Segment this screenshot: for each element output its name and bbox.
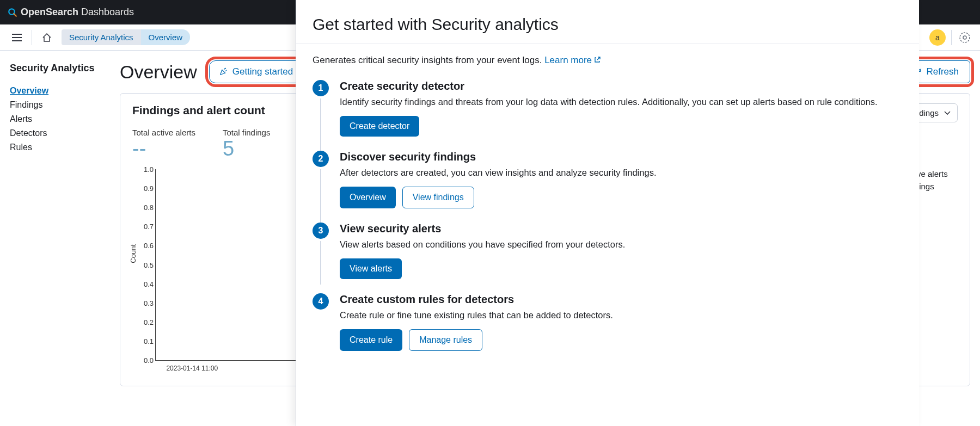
getting-started-flyout: Get started with Security analytics Gene… xyxy=(296,0,919,426)
chevron-down-icon xyxy=(944,111,951,115)
sidebar-item-detectors[interactable]: Detectors xyxy=(10,126,110,140)
y-tick: 0.8 xyxy=(136,203,154,212)
step-number: 1 xyxy=(313,80,329,96)
step-title: Create security detector xyxy=(340,80,878,92)
getting-started-label: Getting started xyxy=(232,66,293,77)
divider xyxy=(32,30,32,45)
step-desc: View alerts based on conditions you have… xyxy=(340,238,625,251)
step-number: 2 xyxy=(313,151,329,167)
step-title: Discover security findings xyxy=(340,151,656,163)
y-tick: 0.5 xyxy=(136,261,154,269)
stat-label: Total findings xyxy=(223,128,271,137)
step-number: 4 xyxy=(313,293,329,310)
sidebar-item-overview[interactable]: Overview xyxy=(10,84,110,98)
step-buttons: Create detector xyxy=(340,116,878,137)
getting-started-button[interactable]: Getting started xyxy=(209,60,303,83)
step: 1Create security detectorIdentify securi… xyxy=(313,80,903,137)
stat-total-findings: Total findings 5 xyxy=(223,128,271,160)
flyout-subtitle-text: Generates critical security insights fro… xyxy=(313,55,544,65)
divider xyxy=(951,30,952,45)
brand-logo[interactable]: OpenSearch Dashboards xyxy=(8,7,134,18)
flyout-subtitle: Generates critical security insights fro… xyxy=(313,55,903,66)
step-desc: Identify security findings and threats f… xyxy=(340,96,878,108)
breadcrumb-app[interactable]: Security Analytics xyxy=(62,29,141,45)
step-body: View security alertsView alerts based on… xyxy=(340,223,625,279)
step-button[interactable]: Create rule xyxy=(340,329,402,351)
sidebar-item-findings[interactable]: Findings xyxy=(10,98,110,112)
help-icon[interactable] xyxy=(957,30,972,45)
avatar[interactable]: a xyxy=(929,29,946,46)
step-button[interactable]: View alerts xyxy=(340,258,402,279)
step: 4Create custom rules for detectorsCreate… xyxy=(313,293,903,351)
brand-text: OpenSearch Dashboards xyxy=(21,7,134,18)
y-tick: 0.4 xyxy=(136,280,154,288)
x-tick: 2023-01-14 11:00 xyxy=(166,365,218,372)
step-button[interactable]: Create detector xyxy=(340,116,419,137)
y-tick: 0.2 xyxy=(136,318,154,326)
sidebar-item-alerts[interactable]: Alerts xyxy=(10,112,110,126)
step-buttons: Create ruleManage rules xyxy=(340,329,613,351)
y-tick: 0.3 xyxy=(136,299,154,307)
svg-point-2 xyxy=(963,36,966,39)
svg-point-1 xyxy=(960,33,970,42)
panel-title: Findings and alert count xyxy=(132,104,265,117)
stat-value: 5 xyxy=(223,137,271,160)
step-number: 3 xyxy=(313,223,329,239)
refresh-label: Refresh xyxy=(926,66,959,77)
y-tick: 0.1 xyxy=(136,337,154,345)
step-body: Discover security findingsAfter detector… xyxy=(340,151,656,208)
step-button[interactable]: Manage rules xyxy=(409,329,482,351)
menu-toggle-icon[interactable] xyxy=(8,28,26,47)
learn-more-link[interactable]: Learn more xyxy=(544,55,601,65)
y-tick: 0.7 xyxy=(136,223,154,231)
step-button[interactable]: Overview xyxy=(340,187,396,208)
opensearch-icon xyxy=(8,8,17,17)
step-button[interactable]: View findings xyxy=(402,187,474,208)
cheer-icon xyxy=(218,67,228,77)
stat-label: Total active alerts xyxy=(132,128,195,137)
breadcrumb: Security Analytics Overview xyxy=(62,29,190,45)
sidebar: Security Analytics Overview Findings Ale… xyxy=(0,51,120,426)
step-desc: After detectors are created, you can vie… xyxy=(340,166,656,179)
stat-value: -- xyxy=(132,137,195,160)
page-title: Overview xyxy=(120,61,197,83)
step-buttons: OverviewView findings xyxy=(340,187,656,208)
breadcrumb-page[interactable]: Overview xyxy=(141,29,191,45)
step-buttons: View alerts xyxy=(340,258,625,279)
y-tick: 1.0 xyxy=(136,165,154,174)
step-body: Create custom rules for detectorsCreate … xyxy=(340,293,613,351)
y-tick: 0.6 xyxy=(136,242,154,250)
divider xyxy=(296,44,919,44)
step-title: Create custom rules for detectors xyxy=(340,293,613,306)
flyout-title: Get started with Security analytics xyxy=(313,15,903,34)
y-tick: 0.0 xyxy=(136,356,154,365)
step: 2Discover security findingsAfter detecto… xyxy=(313,151,903,208)
sidebar-item-rules[interactable]: Rules xyxy=(10,140,110,155)
stat-active-alerts: Total active alerts -- xyxy=(132,128,195,160)
home-icon[interactable] xyxy=(38,28,56,47)
sidebar-heading: Security Analytics xyxy=(10,63,110,74)
popout-icon xyxy=(594,57,601,63)
step-title: View security alerts xyxy=(340,223,625,235)
step-body: Create security detectorIdentify securit… xyxy=(340,80,878,137)
y-tick: 0.9 xyxy=(136,184,154,193)
step: 3View security alertsView alerts based o… xyxy=(313,223,903,279)
step-desc: Create rule or fine tune existing rules … xyxy=(340,309,613,322)
